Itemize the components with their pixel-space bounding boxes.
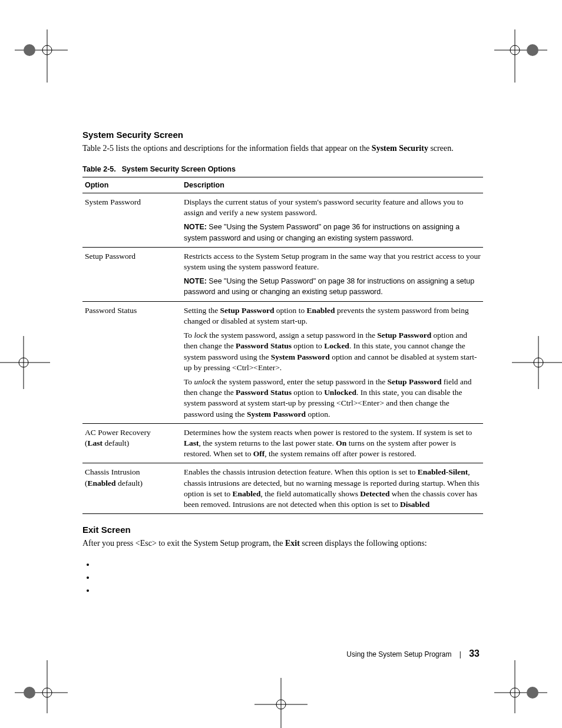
crop-mark-bottom-left <box>15 660 68 713</box>
note-label: NOTE: <box>184 277 209 285</box>
col-header-option: Option <box>82 177 181 193</box>
note-text: See "Using the Setup Password" on page 3… <box>184 277 474 296</box>
intro-text-pre: Table 2-5 lists the options and descript… <box>82 144 372 153</box>
intro-text-post: screen. <box>428 144 454 153</box>
exit-screen-heading: Exit Screen <box>82 525 483 535</box>
svg-point-7 <box>527 44 538 56</box>
list-item <box>95 560 483 569</box>
crop-mark-mid-left <box>0 336 50 389</box>
desc-paragraph: Displays the current status of your syst… <box>184 197 481 218</box>
table-row: AC Power Recovery (Last default) Determi… <box>82 423 483 463</box>
footer-separator: | <box>459 650 461 658</box>
crop-mark-top-left <box>15 29 68 83</box>
desc-paragraph: To unlock the system password, enter the… <box>184 377 481 420</box>
desc-note: NOTE: See "Using the Setup Password" on … <box>184 276 481 297</box>
note-text: See "Using the System Password" on page … <box>184 223 459 242</box>
svg-point-3 <box>24 44 35 56</box>
exit-options-list <box>95 560 483 595</box>
option-cell: Chassis Intrusion (Enabled default) <box>82 463 181 514</box>
table-caption-label: Table 2-5. <box>82 165 116 173</box>
description-cell: Setting the Setup Password option to Ena… <box>181 301 483 423</box>
crop-mark-top-right <box>494 29 547 83</box>
intro-text-bold: System Security <box>372 144 428 153</box>
footer-text: Using the System Setup Program <box>346 650 451 658</box>
description-cell: Restricts access to the System Setup pro… <box>181 247 483 301</box>
option-cell: AC Power Recovery (Last default) <box>82 423 181 463</box>
table-caption-title: System Security Screen Options <box>122 165 236 173</box>
page-number: 33 <box>469 648 480 658</box>
table-header-row: Option Description <box>82 177 483 193</box>
svg-point-21 <box>527 687 538 699</box>
description-cell: Displays the current status of your syst… <box>181 193 483 247</box>
page-footer: Using the System Setup Program | 33 <box>346 648 480 659</box>
exit-screen-intro: After you press <Esc> to exit the System… <box>82 538 483 549</box>
crop-mark-mid-right <box>512 336 562 389</box>
list-item <box>95 573 483 582</box>
option-cell: Setup Password <box>82 247 181 301</box>
desc-paragraph: Determines how the system reacts when po… <box>184 427 481 460</box>
svg-point-17 <box>24 687 35 699</box>
page-content: System Security Screen Table 2-5 lists t… <box>82 130 483 599</box>
exit-section: Exit Screen After you press <Esc> to exi… <box>82 525 483 595</box>
note-label: NOTE: <box>184 223 209 231</box>
table-row: Setup Password Restricts access to the S… <box>82 247 483 301</box>
system-security-intro: Table 2-5 lists the options and descript… <box>82 143 483 154</box>
table-row: System Password Displays the current sta… <box>82 193 483 247</box>
table-caption: Table 2-5.System Security Screen Options <box>82 165 483 173</box>
description-cell: Enables the chassis intrusion detection … <box>181 463 483 514</box>
crop-mark-bottom-center <box>254 678 308 728</box>
desc-paragraph: Enables the chassis intrusion detection … <box>184 467 481 510</box>
list-item <box>95 586 483 595</box>
desc-note: NOTE: See "Using the System Password" on… <box>184 222 481 243</box>
col-header-description: Description <box>181 177 483 193</box>
desc-paragraph: To lock the system password, assign a se… <box>184 330 481 373</box>
system-security-heading: System Security Screen <box>82 130 483 140</box>
desc-paragraph: Restricts access to the System Setup pro… <box>184 251 481 272</box>
table-row: Chassis Intrusion (Enabled default) Enab… <box>82 463 483 514</box>
desc-paragraph: Setting the Setup Password option to Ena… <box>184 305 481 327</box>
option-cell: Password Status <box>82 301 181 423</box>
options-table: Option Description System Password Displ… <box>82 177 483 514</box>
crop-mark-bottom-right <box>494 660 547 713</box>
option-cell: System Password <box>82 193 181 247</box>
table-row: Password Status Setting the Setup Passwo… <box>82 301 483 423</box>
description-cell: Determines how the system reacts when po… <box>181 423 483 463</box>
